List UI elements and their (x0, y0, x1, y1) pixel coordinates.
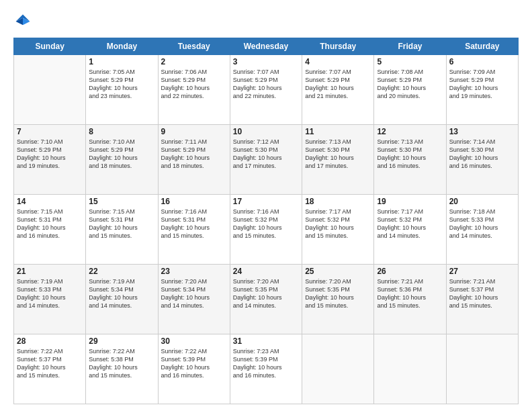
calendar-cell: 30Sunrise: 7:22 AM Sunset: 5:39 PM Dayli… (158, 334, 230, 404)
cell-info: Sunrise: 7:16 AM Sunset: 5:31 PM Dayligh… (161, 208, 227, 240)
day-number: 16 (161, 197, 227, 206)
day-number: 28 (17, 336, 83, 346)
day-number: 15 (89, 197, 154, 206)
day-number: 27 (449, 267, 515, 276)
calendar-cell: 23Sunrise: 7:20 AM Sunset: 5:34 PM Dayli… (158, 265, 230, 334)
calendar-cell: 18Sunrise: 7:17 AM Sunset: 5:32 PM Dayli… (302, 195, 374, 265)
calendar-cell: 25Sunrise: 7:20 AM Sunset: 5:35 PM Dayli… (302, 265, 374, 334)
day-number: 14 (17, 197, 83, 206)
cell-info: Sunrise: 7:20 AM Sunset: 5:34 PM Dayligh… (161, 277, 227, 310)
cell-info: Sunrise: 7:10 AM Sunset: 5:29 PM Dayligh… (89, 138, 154, 171)
calendar-cell: 20Sunrise: 7:18 AM Sunset: 5:33 PM Dayli… (446, 195, 518, 265)
weekday-header-wednesday: Wednesday (230, 38, 302, 55)
cell-info: Sunrise: 7:19 AM Sunset: 5:34 PM Dayligh… (89, 277, 154, 310)
day-number: 21 (17, 267, 83, 276)
day-number: 2 (161, 57, 227, 66)
calendar-cell: 9Sunrise: 7:11 AM Sunset: 5:29 PM Daylig… (158, 125, 230, 195)
weekday-header-thursday: Thursday (302, 38, 374, 55)
calendar-cell: 31Sunrise: 7:23 AM Sunset: 5:39 PM Dayli… (230, 334, 302, 404)
calendar-cell: 8Sunrise: 7:10 AM Sunset: 5:29 PM Daylig… (86, 125, 158, 195)
calendar-week-4: 21Sunrise: 7:19 AM Sunset: 5:33 PM Dayli… (14, 265, 519, 334)
calendar-week-5: 28Sunrise: 7:22 AM Sunset: 5:37 PM Dayli… (14, 334, 519, 404)
day-number: 25 (305, 267, 371, 276)
day-number: 5 (377, 57, 443, 66)
calendar-cell: 28Sunrise: 7:22 AM Sunset: 5:37 PM Dayli… (14, 334, 86, 404)
day-number: 22 (89, 267, 154, 276)
calendar-week-2: 7Sunrise: 7:10 AM Sunset: 5:29 PM Daylig… (14, 125, 519, 195)
cell-info: Sunrise: 7:15 AM Sunset: 5:31 PM Dayligh… (89, 208, 154, 240)
weekday-header-friday: Friday (374, 38, 446, 55)
calendar-cell: 1Sunrise: 7:05 AM Sunset: 5:29 PM Daylig… (86, 55, 158, 125)
calendar-cell: 11Sunrise: 7:13 AM Sunset: 5:30 PM Dayli… (302, 125, 374, 195)
cell-info: Sunrise: 7:11 AM Sunset: 5:29 PM Dayligh… (161, 138, 227, 171)
calendar-cell: 6Sunrise: 7:09 AM Sunset: 5:29 PM Daylig… (446, 55, 518, 125)
cell-info: Sunrise: 7:16 AM Sunset: 5:32 PM Dayligh… (233, 208, 299, 240)
day-number: 4 (305, 57, 371, 66)
page: SundayMondayTuesdayWednesdayThursdayFrid… (0, 0, 532, 411)
cell-info: Sunrise: 7:21 AM Sunset: 5:36 PM Dayligh… (377, 277, 443, 310)
day-number: 30 (161, 336, 227, 346)
calendar-cell (374, 334, 446, 404)
cell-info: Sunrise: 7:23 AM Sunset: 5:39 PM Dayligh… (233, 347, 299, 380)
cell-info: Sunrise: 7:17 AM Sunset: 5:32 PM Dayligh… (377, 208, 443, 240)
day-number: 29 (89, 336, 154, 346)
day-number: 12 (377, 127, 443, 136)
cell-info: Sunrise: 7:08 AM Sunset: 5:29 PM Dayligh… (377, 68, 443, 101)
day-number: 19 (377, 197, 443, 206)
day-number: 1 (89, 57, 154, 66)
cell-info: Sunrise: 7:07 AM Sunset: 5:29 PM Dayligh… (305, 68, 371, 101)
calendar-cell: 15Sunrise: 7:15 AM Sunset: 5:31 PM Dayli… (86, 195, 158, 265)
calendar-cell: 12Sunrise: 7:13 AM Sunset: 5:30 PM Dayli… (374, 125, 446, 195)
calendar-cell: 24Sunrise: 7:20 AM Sunset: 5:35 PM Dayli… (230, 265, 302, 334)
day-number: 31 (233, 336, 299, 346)
calendar-cell: 19Sunrise: 7:17 AM Sunset: 5:32 PM Dayli… (374, 195, 446, 265)
calendar-cell: 16Sunrise: 7:16 AM Sunset: 5:31 PM Dayli… (158, 195, 230, 265)
cell-info: Sunrise: 7:20 AM Sunset: 5:35 PM Dayligh… (305, 277, 371, 310)
cell-info: Sunrise: 7:13 AM Sunset: 5:30 PM Dayligh… (377, 138, 443, 171)
calendar-cell: 4Sunrise: 7:07 AM Sunset: 5:29 PM Daylig… (302, 55, 374, 125)
cell-info: Sunrise: 7:13 AM Sunset: 5:30 PM Dayligh… (305, 138, 371, 171)
day-number: 18 (305, 197, 371, 206)
calendar-cell (302, 334, 374, 404)
weekday-header-tuesday: Tuesday (158, 38, 230, 55)
calendar-cell: 2Sunrise: 7:06 AM Sunset: 5:29 PM Daylig… (158, 55, 230, 125)
calendar-cell: 5Sunrise: 7:08 AM Sunset: 5:29 PM Daylig… (374, 55, 446, 125)
calendar-week-3: 14Sunrise: 7:15 AM Sunset: 5:31 PM Dayli… (14, 195, 519, 265)
calendar-cell: 17Sunrise: 7:16 AM Sunset: 5:32 PM Dayli… (230, 195, 302, 265)
calendar-cell: 10Sunrise: 7:12 AM Sunset: 5:30 PM Dayli… (230, 125, 302, 195)
calendar-cell: 13Sunrise: 7:14 AM Sunset: 5:30 PM Dayli… (446, 125, 518, 195)
logo (13, 12, 35, 31)
cell-info: Sunrise: 7:22 AM Sunset: 5:37 PM Dayligh… (17, 347, 83, 380)
day-number: 23 (161, 267, 227, 276)
day-number: 20 (449, 197, 515, 206)
weekday-header-monday: Monday (86, 38, 158, 55)
cell-info: Sunrise: 7:10 AM Sunset: 5:29 PM Dayligh… (17, 138, 83, 171)
calendar-cell (14, 55, 86, 125)
weekday-header-sunday: Sunday (14, 38, 86, 55)
calendar-cell: 29Sunrise: 7:22 AM Sunset: 5:38 PM Dayli… (86, 334, 158, 404)
day-number: 8 (89, 127, 154, 136)
day-number: 10 (233, 127, 299, 136)
calendar-cell (446, 334, 518, 404)
day-number: 9 (161, 127, 227, 136)
day-number: 26 (377, 267, 443, 276)
day-number: 24 (233, 267, 299, 276)
cell-info: Sunrise: 7:18 AM Sunset: 5:33 PM Dayligh… (449, 208, 515, 240)
cell-info: Sunrise: 7:17 AM Sunset: 5:32 PM Dayligh… (305, 208, 371, 240)
weekday-header-saturday: Saturday (446, 38, 518, 55)
logo-icon (13, 12, 32, 31)
cell-info: Sunrise: 7:15 AM Sunset: 5:31 PM Dayligh… (17, 208, 83, 240)
cell-info: Sunrise: 7:22 AM Sunset: 5:38 PM Dayligh… (89, 347, 154, 380)
calendar-cell: 21Sunrise: 7:19 AM Sunset: 5:33 PM Dayli… (14, 265, 86, 334)
cell-info: Sunrise: 7:05 AM Sunset: 5:29 PM Dayligh… (89, 68, 154, 101)
day-number: 6 (449, 57, 515, 66)
day-number: 3 (233, 57, 299, 66)
day-number: 17 (233, 197, 299, 206)
calendar-table: SundayMondayTuesdayWednesdayThursdayFrid… (13, 38, 519, 404)
calendar-cell: 7Sunrise: 7:10 AM Sunset: 5:29 PM Daylig… (14, 125, 86, 195)
cell-info: Sunrise: 7:21 AM Sunset: 5:37 PM Dayligh… (449, 277, 515, 310)
cell-info: Sunrise: 7:09 AM Sunset: 5:29 PM Dayligh… (449, 68, 515, 101)
weekday-header-row: SundayMondayTuesdayWednesdayThursdayFrid… (14, 38, 519, 55)
cell-info: Sunrise: 7:22 AM Sunset: 5:39 PM Dayligh… (161, 347, 227, 380)
calendar-cell: 26Sunrise: 7:21 AM Sunset: 5:36 PM Dayli… (374, 265, 446, 334)
